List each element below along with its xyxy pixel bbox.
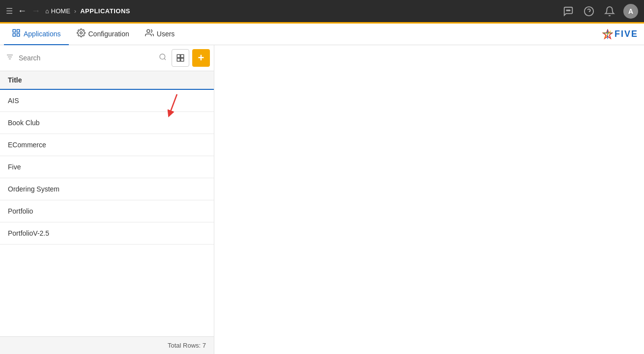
help-icon[interactable] [582,4,596,18]
hamburger-icon[interactable]: ☰ [6,6,13,16]
left-panel: + Title AIS Book Club ECommerce Five Ord… [0,45,214,354]
table-row[interactable]: Five [0,156,214,178]
table-row[interactable]: AIS [0,90,214,112]
tab-configuration[interactable]: Configuration [69,24,137,45]
table-row[interactable]: Portfolio [0,200,214,222]
back-button[interactable]: ← [18,6,27,16]
row-title: Book Club [8,119,40,127]
bell-icon[interactable] [603,4,616,18]
import-button[interactable] [172,49,189,67]
breadcrumb-separator: › [74,7,76,15]
forward-button[interactable]: → [31,6,40,16]
right-panel [214,45,644,354]
breadcrumb: ⌂ HOME › APPLICATIONS [45,7,130,15]
home-label[interactable]: HOME [51,7,70,15]
svg-rect-8 [17,33,20,36]
add-icon: + [198,52,205,64]
five-logo-icon [602,29,613,40]
user-avatar[interactable]: A [623,4,638,19]
add-button[interactable]: + [192,49,210,67]
five-logo: FIVE [602,29,638,40]
table-row[interactable]: ECommerce [0,134,214,156]
current-breadcrumb: APPLICATIONS [80,7,130,15]
top-bar-left: ☰ ← → ⌂ HOME › APPLICATIONS [6,6,130,16]
home-breadcrumb[interactable]: ⌂ HOME [45,7,70,15]
row-title: Portfolio [8,207,33,215]
svg-rect-20 [177,54,180,57]
table-row[interactable]: PortfolioV-2.5 [0,222,214,245]
svg-rect-23 [177,58,180,61]
row-title: ECommerce [8,141,46,149]
row-title: Ordering System [8,185,59,193]
table-header: Title [0,71,214,90]
svg-rect-21 [181,54,184,57]
chat-icon[interactable] [561,4,575,18]
svg-point-10 [147,29,150,32]
secondary-navigation: Applications Configuration Users [0,24,644,45]
search-bar: + [0,45,214,71]
row-title: PortfolioV-2.5 [8,229,49,237]
svg-point-18 [160,54,165,59]
svg-point-0 [566,10,567,11]
svg-point-1 [568,10,569,11]
svg-rect-22 [181,58,184,61]
table-row[interactable]: Book Club [0,112,214,134]
five-logo-text: FIVE [615,29,638,39]
svg-rect-6 [17,29,20,32]
configuration-tab-icon [77,28,86,39]
svg-point-2 [569,10,570,11]
table-rows: AIS Book Club ECommerce Five Ordering Sy… [0,90,214,336]
table-footer: Total Rows: 7 [0,336,214,354]
tab-applications[interactable]: Applications [4,24,69,45]
top-bar-right: A [561,4,638,19]
tab-users[interactable]: Users [137,24,183,45]
search-icon[interactable] [157,51,169,65]
svg-rect-7 [13,33,15,36]
tab-users-label: Users [157,30,175,38]
filter-icon[interactable] [4,51,16,65]
table-row[interactable]: Ordering System [0,178,214,200]
search-input[interactable] [19,54,154,62]
svg-point-9 [80,31,82,34]
applications-tab-icon [12,28,21,39]
users-tab-icon [145,28,154,39]
tab-configuration-label: Configuration [88,30,129,38]
row-title: AIS [8,97,19,105]
home-icon: ⌂ [45,7,49,15]
svg-rect-5 [13,29,15,32]
svg-line-19 [164,58,166,60]
main-content: + Title AIS Book Club ECommerce Five Ord… [0,45,644,354]
row-title: Five [8,163,21,171]
top-navigation-bar: ☰ ← → ⌂ HOME › APPLICATIONS [0,0,644,24]
tab-applications-label: Applications [24,30,61,38]
